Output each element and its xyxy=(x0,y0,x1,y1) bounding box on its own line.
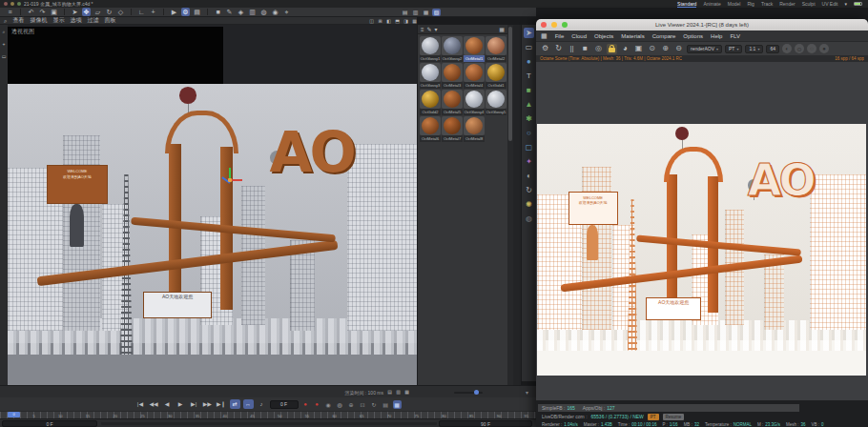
layout-tab-standard[interactable]: Standard xyxy=(677,1,696,8)
view-single-icon[interactable]: ◫ xyxy=(368,18,375,25)
lock-resolution-icon[interactable] xyxy=(607,44,617,54)
render-settings-icon[interactable]: ⚙ xyxy=(181,8,190,16)
view-all-icon[interactable]: ▦ xyxy=(411,18,418,25)
light-icon[interactable]: ✺ xyxy=(524,199,534,210)
filter-toggle-icon[interactable]: ▦ xyxy=(403,389,410,396)
material-item[interactable]: OctMetal4 xyxy=(464,63,485,89)
material-item[interactable]: OctGold1 xyxy=(486,63,506,89)
timeline-ruler[interactable]: 05101520253035404550556065707580859095 xyxy=(0,411,536,418)
tracker-icon[interactable]: ⌖ xyxy=(282,8,291,16)
viewport-search-icon[interactable]: ⌕ xyxy=(4,18,7,24)
view-quad-icon[interactable]: ⊞ xyxy=(377,18,383,25)
preview-size-slider[interactable] xyxy=(454,392,483,394)
scale-select[interactable]: 1:1▾ xyxy=(745,45,763,53)
play-button[interactable]: ▶ xyxy=(176,399,186,409)
pause-render-icon[interactable]: || xyxy=(567,44,577,54)
layout-tab-model[interactable]: Model xyxy=(728,1,741,8)
max-samples-field[interactable]: 64 xyxy=(766,45,779,53)
rotate-tool-icon[interactable]: ↻ xyxy=(105,8,114,16)
spline-rect-icon[interactable]: ▢ xyxy=(524,142,534,152)
panel-icon[interactable]: ▭ xyxy=(1,53,8,60)
scale-tool-icon[interactable]: ▱ xyxy=(93,8,102,16)
rotation-key-toggle[interactable]: ↻ xyxy=(370,400,379,409)
spline-circle-icon[interactable]: ○ xyxy=(524,128,534,138)
material-item[interactable]: OctGlossy1 xyxy=(420,36,441,62)
viewport-label[interactable]: 透视视图 xyxy=(11,28,34,36)
menu-flv[interactable]: FLV xyxy=(730,33,740,39)
status-badge[interactable]: PT xyxy=(648,414,659,420)
prev-frame-button[interactable]: ◀ xyxy=(162,399,173,409)
menu-materials[interactable]: Materials xyxy=(621,33,644,39)
denoise-button[interactable]: ⊙ xyxy=(795,44,804,53)
sound-toggle[interactable]: ♪ xyxy=(257,399,267,409)
camera-icon[interactable]: ◐ xyxy=(524,171,534,181)
view-right-icon[interactable]: ◨ xyxy=(403,18,409,25)
field-icon[interactable]: ▥ xyxy=(248,8,257,16)
collapse-chevron-icon[interactable]: ▾ xyxy=(526,389,528,396)
coord-system-icon[interactable]: ∟ xyxy=(137,8,146,16)
layout-tab-track[interactable]: Track xyxy=(761,1,773,8)
panel-layout-3-icon[interactable]: ▦ xyxy=(422,9,430,16)
layout-tab-rig[interactable]: Rig xyxy=(747,1,754,8)
material-item[interactable]: OctGlossy3 xyxy=(420,63,441,89)
resume-button[interactable]: Resume xyxy=(663,414,685,420)
material-item[interactable]: OctMetal2 xyxy=(486,36,506,62)
zoom-window-icon[interactable] xyxy=(17,2,21,6)
render-viewport[interactable]: AOWELCOME欢迎来到AO天地AO天地欢迎您 xyxy=(536,62,868,400)
prev-key-button[interactable]: ◀◀ xyxy=(148,399,158,409)
camera-sync-button[interactable]: ◐ xyxy=(782,44,792,53)
text-tool-icon[interactable]: T xyxy=(524,71,534,81)
mograph-icon[interactable]: ◈ xyxy=(237,8,245,16)
keyframe-record-button[interactable]: ● xyxy=(313,400,321,409)
kernel-select[interactable]: PT▾ xyxy=(725,45,742,53)
undo-icon[interactable]: ↶ xyxy=(27,8,35,16)
goto-start-button[interactable]: |◀ xyxy=(134,399,145,409)
pyramid-primitive-icon[interactable]: ▲ xyxy=(524,99,534,110)
menu-compare[interactable]: Compare xyxy=(652,33,676,39)
chevron-down-icon[interactable]: ▾ xyxy=(844,2,847,7)
current-frame-field[interactable]: 0 F xyxy=(270,400,299,409)
cube-primitive-icon[interactable]: ■ xyxy=(524,85,534,95)
environment-icon[interactable]: ◍ xyxy=(524,214,534,224)
panel-layout-4-icon[interactable]: ▧ xyxy=(432,9,441,16)
orbit-view-icon[interactable]: ↻ xyxy=(524,185,534,195)
material-item[interactable]: OctMetal5 xyxy=(442,90,463,115)
menu-options[interactable]: Options xyxy=(683,33,703,39)
viewport-menu-item-2[interactable]: 显示 xyxy=(52,16,64,25)
select-arrow-icon[interactable]: ➤ xyxy=(524,28,534,38)
generator-icon[interactable]: ✱ xyxy=(524,113,534,124)
rectangle-tool-icon[interactable]: ▭ xyxy=(524,42,534,52)
volume-icon[interactable]: ◍ xyxy=(259,8,268,16)
layout-tab-render[interactable]: Render xyxy=(779,1,795,8)
render-view-icon[interactable]: ▶ xyxy=(170,8,178,16)
object-picker-icon[interactable]: ⊙ xyxy=(647,44,657,54)
goto-end-button[interactable]: ▶❙ xyxy=(216,399,227,409)
record-button[interactable]: ● xyxy=(301,400,310,409)
simulate-icon[interactable]: ◉ xyxy=(271,8,279,16)
zoom-out-icon[interactable]: ⊖ xyxy=(673,44,684,54)
menu-objects[interactable]: Objects xyxy=(594,33,613,39)
viewport-menu-item-4[interactable]: 过滤 xyxy=(87,16,98,25)
material-item[interactable]: OctGlossy5 xyxy=(486,90,506,115)
settings-gear-icon[interactable]: ⚙ xyxy=(540,44,550,54)
keying-set-button[interactable]: ◎ xyxy=(336,400,344,409)
move-tool-icon[interactable]: ✥ xyxy=(82,8,91,16)
copy-icon[interactable]: ▣ xyxy=(50,8,58,16)
material-item[interactable]: OctMetal1 xyxy=(464,36,485,62)
position-key-toggle[interactable]: ⊕ xyxy=(347,400,356,409)
layout-tab-sculpt[interactable]: Sculpt xyxy=(802,1,816,8)
material-item[interactable]: OctMetal8 xyxy=(464,116,485,142)
edit-menu-icon[interactable]: ✎ xyxy=(427,27,432,32)
deformer-icon[interactable]: ✦ xyxy=(524,156,534,167)
viewport-menu-item-1[interactable]: 摄像机 xyxy=(30,16,47,25)
menu-icon[interactable]: ≡ xyxy=(6,8,14,16)
create-menu-icon[interactable]: ≡ xyxy=(421,27,424,32)
save-image-button[interactable]: ● xyxy=(819,44,829,53)
clay-mode-button[interactable]: ◌ xyxy=(807,44,816,53)
range-track[interactable] xyxy=(101,422,437,425)
grid-view-icon[interactable]: ▦ xyxy=(499,27,505,32)
panel-layout-1-icon[interactable]: ▤ xyxy=(401,9,409,16)
viewport-menu-item-3[interactable]: 选项 xyxy=(70,16,81,25)
add-icon[interactable]: + xyxy=(1,41,8,48)
next-key-button[interactable]: ▶▶ xyxy=(202,399,213,409)
